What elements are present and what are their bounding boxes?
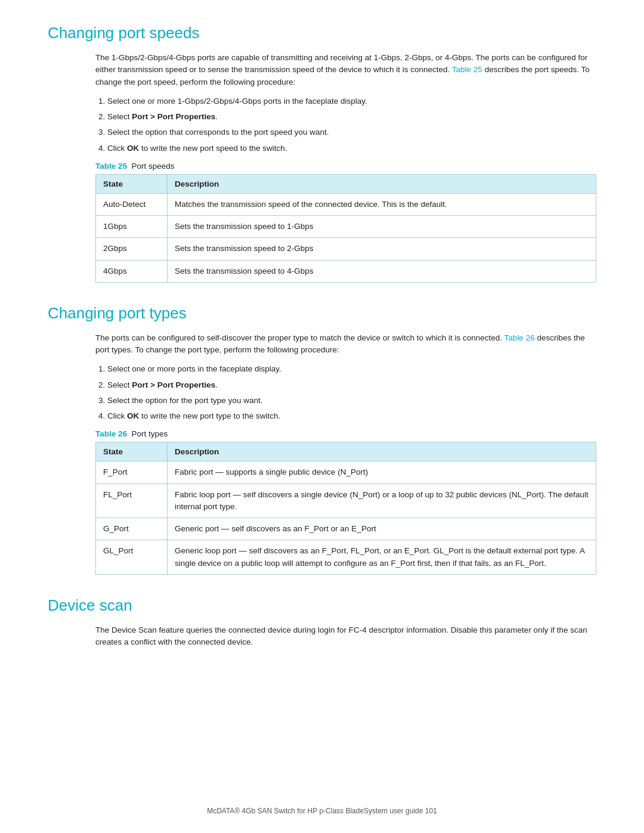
desc-4gbps: Sets the transmission speed to 4-Gbps bbox=[168, 260, 596, 282]
state-flport: FL_Port bbox=[96, 484, 168, 518]
step-2: Select Port > Port Properties. bbox=[107, 111, 596, 123]
state-4gbps: 4Gbps bbox=[96, 260, 168, 282]
table25-link[interactable]: Table 25 bbox=[452, 65, 482, 74]
desc-flport: Fabric loop port — self discovers a sing… bbox=[168, 484, 596, 518]
intro-text-port-types: The ports can be configured to self-disc… bbox=[95, 332, 596, 357]
port-speeds-steps: Select one or more 1-Gbps/2-Gbps/4-Gbps … bbox=[107, 95, 596, 154]
step-1: Select one or more 1-Gbps/2-Gbps/4-Gbps … bbox=[107, 95, 596, 107]
desc-1gbps: Sets the transmission speed to 1-Gbps bbox=[168, 216, 596, 238]
table-row: F_Port Fabric port — supports a single p… bbox=[96, 462, 596, 484]
section-device-scan: Device scan The Device Scan feature quer… bbox=[48, 596, 596, 649]
desc-fport: Fabric port — supports a single public d… bbox=[168, 462, 596, 484]
table26-link[interactable]: Table 26 bbox=[504, 333, 535, 342]
pt-step-2: Select Port > Port Properties. bbox=[107, 379, 596, 391]
desc-2gbps: Sets the transmission speed to 2-Gbps bbox=[168, 238, 596, 260]
footer-text: McDATA® 4Gb SAN Switch for HP p-Class Bl… bbox=[207, 807, 437, 815]
table25-label: Table 25 Port speeds bbox=[95, 162, 596, 171]
section-title-port-types: Changing port types bbox=[48, 304, 596, 323]
port-types-steps: Select one or more ports in the faceplat… bbox=[107, 363, 596, 422]
table-row: 2Gbps Sets the transmission speed to 2-G… bbox=[96, 238, 596, 260]
step-3: Select the option that corresponds to th… bbox=[107, 126, 596, 138]
state-fport: F_Port bbox=[96, 462, 168, 484]
section-changing-port-types: Changing port types The ports can be con… bbox=[48, 304, 596, 575]
pt-step-3: Select the option for the port type you … bbox=[107, 395, 596, 407]
pt-step-4: Click OK to write the new port type to t… bbox=[107, 410, 596, 422]
state-2gbps: 2Gbps bbox=[96, 238, 168, 260]
table-row: FL_Port Fabric loop port — self discover… bbox=[96, 484, 596, 518]
state-auto-detect: Auto-Detect bbox=[96, 193, 168, 215]
state-glport: GL_Port bbox=[96, 540, 168, 575]
intro-text-device-scan: The Device Scan feature queries the conn… bbox=[95, 624, 596, 649]
table-row: G_Port Generic port — self discovers as … bbox=[96, 518, 596, 540]
pt-step-1: Select one or more ports in the faceplat… bbox=[107, 363, 596, 375]
table-row: 1Gbps Sets the transmission speed to 1-G… bbox=[96, 216, 596, 238]
col-header-state: State bbox=[96, 174, 168, 193]
section-title-port-speeds: Changing port speeds bbox=[48, 24, 596, 42]
page-footer: McDATA® 4Gb SAN Switch for HP p-Class Bl… bbox=[48, 807, 596, 815]
col-header-description: Description bbox=[168, 174, 596, 193]
desc-glport: Generic loop port — self discovers as an… bbox=[168, 540, 596, 575]
state-gport: G_Port bbox=[96, 518, 168, 540]
col-header-state2: State bbox=[96, 442, 168, 462]
state-1gbps: 1Gbps bbox=[96, 216, 168, 238]
section-title-device-scan: Device scan bbox=[48, 596, 596, 615]
section-changing-port-speeds: Changing port speeds The 1-Gbps/2-Gbps/4… bbox=[48, 24, 596, 283]
port-speeds-table: State Description Auto-Detect Matches th… bbox=[95, 174, 596, 283]
intro-text-port-speeds: The 1-Gbps/2-Gbps/4-Gbps ports are capab… bbox=[95, 52, 596, 88]
step-4: Click OK to write the new port speed to … bbox=[107, 143, 596, 154]
table-row: 4Gbps Sets the transmission speed to 4-G… bbox=[96, 260, 596, 282]
table26-label: Table 26 Port types bbox=[95, 429, 596, 438]
port-types-table: State Description F_Port Fabric port — s… bbox=[95, 442, 596, 575]
table-row: Auto-Detect Matches the transmission spe… bbox=[96, 193, 596, 215]
table-row: GL_Port Generic loop port — self discove… bbox=[96, 540, 596, 575]
desc-auto-detect: Matches the transmission speed of the co… bbox=[168, 193, 596, 215]
col-header-description2: Description bbox=[168, 442, 596, 462]
desc-gport: Generic port — self discovers as an F_Po… bbox=[168, 518, 596, 540]
